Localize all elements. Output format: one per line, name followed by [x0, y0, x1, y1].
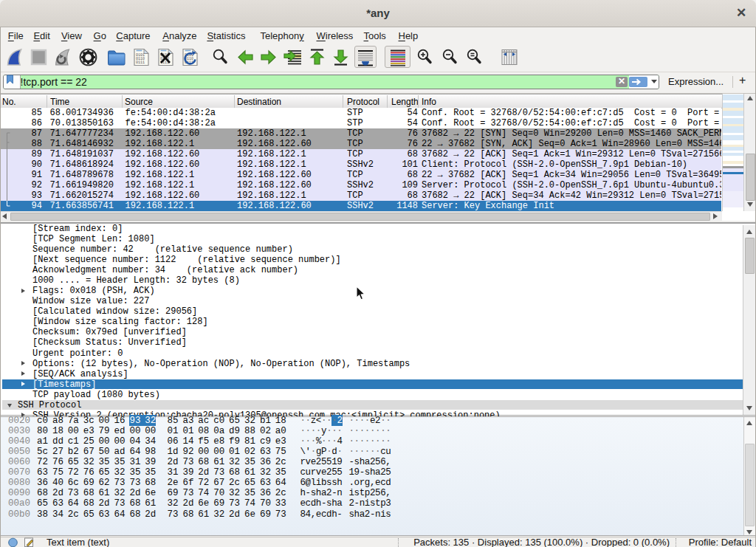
- svg-text:0111: 0111: [136, 61, 145, 65]
